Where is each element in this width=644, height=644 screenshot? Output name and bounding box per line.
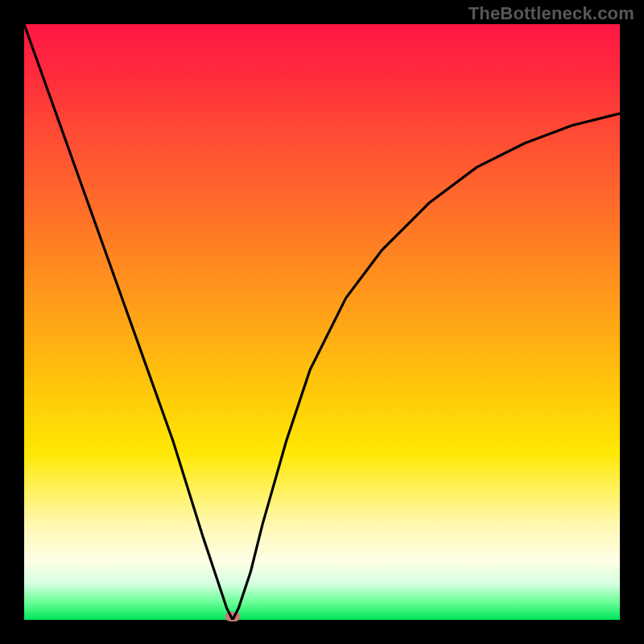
watermark-label: TheBottleneck.com xyxy=(469,3,634,24)
bottleneck-curve xyxy=(24,24,620,620)
chart-frame: TheBottleneck.com xyxy=(0,0,644,644)
